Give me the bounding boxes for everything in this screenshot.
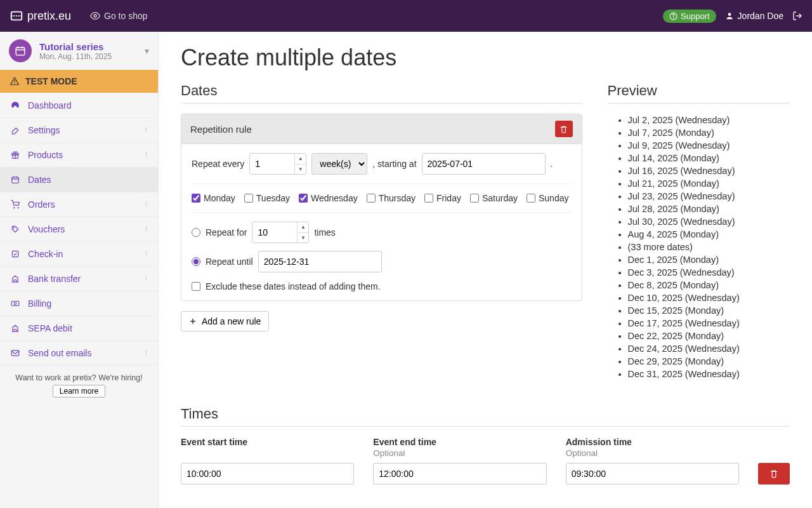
day-thursday-checkbox[interactable] [367,194,376,203]
end-time-input[interactable] [373,463,546,485]
caret-down-icon: ▾ [145,46,149,56]
sidebar-item-label: Send out emails [28,348,91,358]
day-saturday-checkbox[interactable] [470,194,479,203]
day-wednesday-checkbox[interactable] [299,194,308,203]
day-tuesday-checkbox[interactable] [244,194,253,203]
svg-point-11 [13,227,14,228]
start-date-input[interactable] [422,153,546,175]
sidebar-item-label: Vouchers [28,224,65,234]
chevron-left-icon: 〈 [141,126,148,135]
bank-transfer-icon [10,274,20,283]
preview-date: Aug 4, 2025 (Monday) [628,228,790,241]
preview-date: Dec 24, 2025 (Wednesday) [628,342,790,355]
sidebar-item-bank-transfer[interactable]: Bank transfer〈 [0,266,158,291]
products-icon [10,150,20,159]
sidebar-item-check-in[interactable]: Check-in〈 [0,241,158,266]
sidebar-item-label: Check-in [28,249,63,259]
times-row: Event start time Event end time Optional… [181,437,790,485]
sidebar-item-sepa-debit[interactable]: SEPA debit [0,316,158,340]
sidebar-item-label: Dashboard [28,100,72,110]
delete-rule-button[interactable] [555,121,573,137]
event-date: Mon, Aug. 11th, 2025 [39,52,112,61]
unit-select[interactable]: week(s) [311,153,367,175]
admission-time-input[interactable] [566,463,739,485]
preview-date: Dec 1, 2025 (Monday) [628,253,790,266]
orders-icon [10,200,20,209]
day-monday-checkbox[interactable] [192,194,200,203]
go-to-shop-link[interactable]: Go to shop [82,11,155,21]
go-to-shop-label: Go to shop [104,11,148,21]
repeat-every-label: Repeat every [192,159,244,169]
day-sunday-checkbox[interactable] [527,194,535,203]
sidebar-item-label: Products [28,150,63,160]
top-navbar: pretix.eu Go to shop Support Jordan Doe [0,0,812,32]
spinner-up-icon[interactable]: ▲ [297,222,308,233]
day-sunday[interactable]: Sunday [527,193,568,203]
dashboard-icon [10,101,20,110]
preview-date: Jul 2, 2025 (Wednesday) [628,114,790,126]
add-rule-button[interactable]: Add a new rule [181,311,269,331]
day-monday[interactable]: Monday [192,193,235,203]
event-name: Tutorial series [39,41,112,52]
sidebar-item-send-emails[interactable]: Send out emails〈 [0,340,158,365]
sepa-debit-icon [10,324,20,333]
add-rule-label: Add a new rule [202,316,261,326]
exclude-label: Exclude these dates instead of adding th… [206,281,381,291]
preview-date: Dec 17, 2025 (Wednesday) [628,317,790,330]
svg-point-3 [673,17,674,18]
day-friday-checkbox[interactable] [424,194,433,203]
spinner-up-icon[interactable]: ▲ [294,154,306,164]
spinner-down-icon[interactable]: ▼ [297,233,308,243]
warning-icon [10,77,19,86]
rule-title: Repetition rule [190,124,252,135]
spinner-down-icon[interactable]: ▼ [294,164,306,175]
end-time-sublabel: Optional [373,448,546,458]
eye-icon [90,11,100,21]
day-thursday[interactable]: Thursday [367,193,416,203]
preview-date: Dec 29, 2025 (Monday) [628,355,790,368]
svg-rect-12 [12,251,18,257]
day-friday[interactable]: Friday [424,193,461,203]
start-time-input[interactable] [181,463,354,485]
repetition-rule-panel: Repetition rule Repeat every ▲▼ [181,114,582,301]
sidebar-item-dates[interactable]: Dates [0,167,158,192]
preview-date: Dec 31, 2025 (Wednesday) [628,368,790,380]
sidebar-item-vouchers[interactable]: Vouchers〈 [0,217,158,241]
learn-more-button[interactable]: Learn more [53,385,105,398]
sidebar-item-settings[interactable]: Settings〈 [0,117,158,142]
repeat-for-radio[interactable] [192,228,200,237]
period: . [551,159,553,169]
repeat-for-spinner[interactable]: ▲▼ [252,222,309,243]
times-heading: Times [181,406,790,427]
preview-date: Jul 7, 2025 (Monday) [628,126,790,139]
chevron-left-icon: 〈 [141,225,148,234]
preview-date: Dec 22, 2025 (Monday) [628,330,790,342]
brand-logo[interactable]: pretix.eu [10,9,71,23]
repeat-until-input[interactable] [258,251,382,272]
preview-date: Jul 9, 2025 (Wednesday) [628,139,790,152]
day-wednesday[interactable]: Wednesday [299,193,358,203]
interval-spinner[interactable]: ▲▼ [249,153,306,175]
svg-point-1 [94,15,96,17]
preview-date: Jul 28, 2025 (Monday) [628,203,790,215]
day-tuesday[interactable]: Tuesday [244,193,290,203]
exclude-checkbox[interactable] [192,282,200,291]
repeat-until-radio[interactable] [192,257,200,266]
preview-date: Dec 15, 2025 (Monday) [628,304,790,317]
svg-rect-8 [12,177,19,183]
day-saturday[interactable]: Saturday [470,193,518,203]
event-switcher[interactable]: Tutorial series Mon, Aug. 11th, 2025 ▾ [0,32,158,70]
sidebar-item-dashboard[interactable]: Dashboard [0,93,158,117]
svg-point-14 [14,302,16,305]
sidebar-item-products[interactable]: Products〈 [0,142,158,167]
sidebar-item-orders[interactable]: Orders〈 [0,192,158,217]
sidebar-item-label: Billing [28,298,51,309]
sidebar-item-billing[interactable]: Billing [0,291,158,316]
svg-rect-13 [11,302,19,306]
settings-icon [10,126,20,135]
logout-icon[interactable] [792,11,802,21]
support-badge[interactable]: Support [663,10,716,23]
user-menu[interactable]: Jordan Doe [725,11,783,21]
help-icon [669,12,678,20]
delete-time-row-button[interactable] [758,463,790,485]
